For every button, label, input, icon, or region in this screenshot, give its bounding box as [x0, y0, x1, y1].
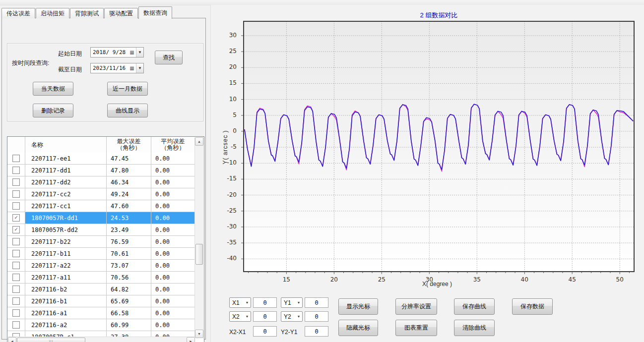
cell-avg-error: 0.00: [151, 224, 194, 235]
start-date-value: 2018/ 9/28: [91, 49, 128, 56]
y1-value-field[interactable]: [305, 297, 328, 308]
table-row[interactable]: ✓2207117-dd147.800.00: [7, 165, 194, 176]
chart-reset-button[interactable]: 图表重置: [395, 320, 437, 336]
cell-max-error: 70.61: [107, 248, 151, 259]
start-date-picker[interactable]: 2018/ 9/28 ▦ ▼: [90, 47, 144, 57]
cell-name: 2207117-cc2: [25, 188, 107, 200]
x1-cursor-select[interactable]: X1 ▼: [229, 297, 251, 308]
tab-数据查询[interactable]: 数据查询: [138, 6, 172, 19]
cell-max-error: 47.45: [107, 153, 151, 164]
table-row[interactable]: ✓2207117-b2276.590.00: [7, 236, 194, 248]
row-checkbox-checked[interactable]: ✓: [12, 214, 20, 222]
row-checkbox-checked[interactable]: ✓: [12, 226, 20, 233]
cell-avg-error: 0.00: [151, 236, 194, 247]
cell-max-error: 76.59: [107, 236, 151, 247]
hide-cursor-button[interactable]: 隐藏光标: [338, 320, 378, 336]
last-month-data-button[interactable]: 近一月数据: [107, 82, 148, 96]
table-row[interactable]: ✓2207117-b1170.610.00: [7, 248, 194, 260]
row-checkbox[interactable]: ✓: [12, 238, 20, 245]
x1-value-field[interactable]: [253, 297, 277, 308]
chevron-down-icon[interactable]: ▼: [136, 63, 143, 73]
chevron-down-icon: ▼: [295, 301, 302, 304]
scroll-up-icon[interactable]: ▲: [195, 137, 203, 146]
show-cursor-button[interactable]: 显示光标: [338, 298, 378, 315]
table-row[interactable]: ✓2207116-a260.990.00: [7, 319, 194, 331]
cell-avg-error: 0.00: [151, 153, 194, 164]
x-tick-label: 50: [612, 276, 628, 283]
table-body: ✓2207117-ee147.450.00✓2207117-dd147.800.…: [7, 153, 194, 338]
x2-cursor-select[interactable]: X2 ▼: [229, 311, 251, 322]
table-row[interactable]: ✓2207117-dd246.340.00: [7, 176, 194, 188]
row-checkbox[interactable]: ✓: [12, 285, 20, 293]
table-row[interactable]: ✓2207117-ee147.450.00: [7, 153, 194, 165]
table-row[interactable]: ✓18070057R-dd223.490.00: [7, 224, 194, 236]
row-checkbox[interactable]: ✓: [12, 178, 20, 186]
row-checkbox[interactable]: ✓: [12, 262, 20, 269]
cell-max-error: 24.53: [107, 212, 151, 224]
row-checkbox[interactable]: ✓: [12, 297, 20, 305]
delete-record-button[interactable]: 删除记录: [33, 104, 73, 117]
curve-display-button[interactable]: 曲线显示: [107, 104, 148, 117]
y2-cursor-select[interactable]: Y2 ▼: [281, 311, 303, 322]
table-row[interactable]: ✓2207117-cc249.240.00: [7, 188, 194, 200]
table-row[interactable]: ✓18070057R-dd124.530.00: [7, 212, 194, 224]
tab-启动扭矩[interactable]: 启动扭矩: [36, 8, 69, 18]
table-horizontal-scrollbar[interactable]: ◄ ||| ►: [8, 337, 195, 342]
vertical-scroll-thumb[interactable]: [195, 244, 203, 265]
header-avg-error[interactable]: 平均误差 （角秒）: [151, 137, 194, 153]
y-tick-label: -20: [221, 191, 237, 198]
x2-x1-value-field[interactable]: [253, 326, 277, 337]
today-data-button[interactable]: 当天数据: [33, 82, 73, 96]
table-row[interactable]: ✓2207116-b264.820.00: [7, 284, 194, 295]
row-checkbox[interactable]: ✓: [12, 155, 20, 162]
cell-name: 2207117-dd2: [25, 176, 107, 188]
table-vertical-scrollbar[interactable]: ▲ ▼: [194, 137, 203, 338]
cell-avg-error: 0.00: [151, 272, 194, 283]
row-checkbox[interactable]: ✓: [12, 321, 20, 329]
y2-y1-value-field[interactable]: [305, 326, 328, 337]
horizontal-scroll-thumb[interactable]: |||: [17, 338, 85, 342]
main-window: 传达误差启动扭矩背隙测试驱动配置数据查询 按时间段查询: 起始日期 2018/ …: [0, 0, 644, 342]
save-curve-button[interactable]: 保存曲线: [454, 298, 495, 315]
table-row[interactable]: ✓2207116-b165.690.00: [7, 295, 194, 307]
search-button[interactable]: 查找: [155, 51, 183, 64]
cell-avg-error: 0.00: [151, 200, 194, 212]
x2-label: X2: [230, 313, 244, 320]
clear-curve-button[interactable]: 清除曲线: [454, 320, 495, 336]
row-checkbox[interactable]: ✓: [12, 274, 20, 281]
cell-avg-error: 0.00: [151, 307, 194, 319]
save-data-button[interactable]: 保存数据: [512, 298, 553, 315]
row-checkbox[interactable]: ✓: [12, 202, 20, 210]
row-checkbox[interactable]: ✓: [12, 309, 20, 317]
tab-传达误差[interactable]: 传达误差: [1, 8, 35, 18]
tab-驱动配置[interactable]: 驱动配置: [104, 8, 138, 18]
cell-name: 18070057R-dd2: [25, 224, 107, 235]
scroll-left-icon[interactable]: ◄: [8, 337, 16, 342]
cell-name: 2207116-b2: [25, 284, 107, 295]
chart-title: 2 组数据对比: [241, 11, 637, 20]
row-checkbox[interactable]: ✓: [12, 167, 20, 174]
cell-max-error: 49.24: [107, 188, 151, 200]
grip-icon: |||: [49, 340, 53, 342]
tab-strip: 传达误差启动扭矩背隙测试驱动配置数据查询: [1, 6, 173, 18]
cell-name: 2207116-a2: [25, 319, 107, 331]
resolution-settings-button[interactable]: 分辨率设置: [395, 298, 437, 315]
y1-cursor-select[interactable]: Y1 ▼: [281, 297, 303, 308]
chevron-down-icon[interactable]: ▼: [136, 48, 143, 57]
table-row[interactable]: ✓2207116-a166.580.00: [7, 307, 194, 319]
tab-背隙测试[interactable]: 背隙测试: [70, 8, 104, 18]
row-checkbox[interactable]: ✓: [12, 250, 20, 257]
cell-max-error: 65.69: [107, 295, 151, 307]
table-row[interactable]: ✓2207117-a1170.560.00: [7, 272, 194, 284]
end-date-picker[interactable]: 2023/11/16 ▦ ▼: [90, 63, 144, 73]
row-checkbox[interactable]: ✓: [12, 190, 20, 198]
scroll-down-icon[interactable]: ▼: [195, 330, 203, 338]
table-row[interactable]: ✓2207117-cc147.600.00: [7, 200, 194, 212]
scroll-right-icon[interactable]: ►: [187, 337, 195, 342]
y2-value-field[interactable]: [305, 311, 328, 322]
table-row[interactable]: ✓2207117-a2273.070.00: [7, 260, 194, 272]
x2-value-field[interactable]: [253, 311, 277, 322]
y2-label: Y2: [281, 313, 295, 320]
header-name[interactable]: 名称: [25, 137, 107, 153]
header-max-error[interactable]: 最大误差 （角秒）: [107, 137, 151, 153]
